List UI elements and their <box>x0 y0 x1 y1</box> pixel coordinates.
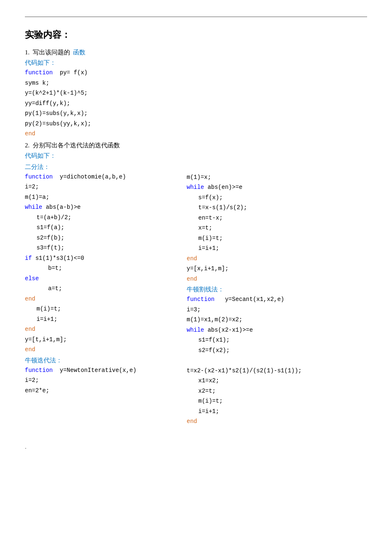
code-line: t=x2-(x2-x1)*s2(1)/(s2(1)-s1(1)); <box>187 366 367 376</box>
bottom-dot: . <box>25 443 367 450</box>
code-line: x=t; <box>187 223 367 233</box>
code-line: end <box>25 324 187 335</box>
section1: 1. 写出该问题的 函数 代码如下： function py= f(x) sym… <box>25 49 367 139</box>
code-line: function y=NewtonIterative(x,e) <box>25 365 187 376</box>
code-line: i=2; <box>25 182 187 192</box>
code-line: end <box>187 416 367 427</box>
code-line: i=3; <box>187 305 367 315</box>
code-line: else <box>25 274 187 284</box>
right-column: m(1)=x; while abs(en)>=e s=f(x); t=x-s(1… <box>187 161 367 427</box>
code-line: s3=f(t); <box>25 243 187 253</box>
code-line: i=i+1; <box>187 243 367 254</box>
newton-iter-label: 牛顿迭代法： <box>25 357 187 364</box>
code-line: py(2)=subs(yy,k,x); <box>25 119 367 129</box>
code-line: x2=t; <box>187 386 367 396</box>
code-line: i=i+1; <box>25 314 187 325</box>
left-column: 二分法： function y=dichotomie(a,b,e) i=2; m… <box>25 161 187 427</box>
top-line <box>25 17 367 17</box>
code-line: while abs(a-b)>e <box>25 202 187 213</box>
code-line: en=2*e; <box>25 386 187 396</box>
code-line: yy=diff(y,k); <box>25 98 367 109</box>
code-line: m(i)=t; <box>25 304 187 314</box>
code-line: t=x-s(1)/s(2); <box>187 203 367 213</box>
code-line: py(1)=subs(y,k,x); <box>25 108 367 119</box>
code-line: function y=dichotomie(a,b,e) <box>25 172 187 182</box>
secant-label: 牛顿割线法： <box>187 286 367 293</box>
code-line: en=t-x; <box>187 213 367 223</box>
code-line: y=[t,i+1,m]; <box>25 335 187 345</box>
section-title: 实验内容： <box>25 29 367 41</box>
code-line: y=[x,i+1,m]; <box>187 264 367 274</box>
code-line: end <box>25 129 367 139</box>
code-line <box>187 355 367 366</box>
code-line: m(1)=x; <box>187 172 367 183</box>
section1-sublabel: 代码如下： <box>25 59 367 67</box>
code-line: end <box>25 294 187 304</box>
code-line: s2=f(b); <box>25 233 187 243</box>
code-line: s1=f(a); <box>25 222 187 233</box>
code-line: while abs(x2-x1)>=e <box>187 325 367 335</box>
section2-sublabel: 代码如下： <box>25 152 367 160</box>
code-line: m(i)=t; <box>187 233 367 244</box>
code-line: i=i+1; <box>187 406 367 417</box>
code-line: m(i)=t; <box>187 396 367 406</box>
bisection-label: 二分法： <box>25 163 187 171</box>
code-line: m(1)=a; <box>25 192 187 203</box>
section1-num: 1. 写出该问题的 函数 <box>25 49 367 56</box>
two-column-layout: 二分法： function y=dichotomie(a,b,e) i=2; m… <box>25 161 367 427</box>
code-line: end <box>187 274 367 284</box>
code-line: y=(k^2+1)*(k-1)^5; <box>25 88 367 98</box>
code-line: x1=x2; <box>187 376 367 386</box>
code-line: if s1(1)*s3(1)<=0 <box>25 253 187 264</box>
code-line: function py= f(x) <box>25 68 367 78</box>
section2-num: 2. 分别写出各个迭代法的迭代函数 <box>25 142 367 149</box>
code-line: i=2; <box>25 375 187 386</box>
section2: 2. 分别写出各个迭代法的迭代函数 代码如下： 二分法： function y=… <box>25 142 367 427</box>
code-line: m(1)=x1,m(2)=x2; <box>187 315 367 325</box>
code-line: s2=f(x2); <box>187 345 367 356</box>
code-line: function y=Secant(x1,x2,e) <box>187 294 367 305</box>
code-line: end <box>187 254 367 264</box>
code-line: syms k; <box>25 78 367 88</box>
code-line: a=t; <box>25 284 187 294</box>
code-line: s=f(x); <box>187 193 367 203</box>
code-line: while abs(en)>=e <box>187 182 367 193</box>
code-line: b=t; <box>25 263 187 274</box>
code-line: t=(a+b)/2; <box>25 213 187 223</box>
code-line: end <box>25 345 187 355</box>
code-line: s1=f(x1); <box>187 335 367 345</box>
